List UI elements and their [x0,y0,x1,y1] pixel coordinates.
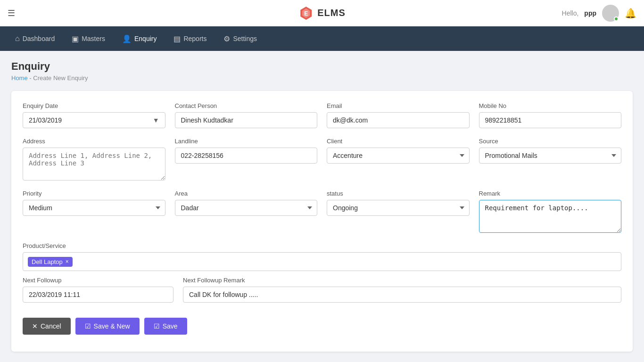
form-group-landline: Landline [175,138,318,181]
email-label: Email [327,102,470,109]
date-caret-icon: ▼ [153,116,159,124]
source-select[interactable]: Promotional Mails Reference Cold Call [479,148,622,164]
form-group-client: Client Accenture TCS Infosys [327,138,470,181]
hamburger-icon[interactable]: ☰ [8,8,15,18]
enquiry-icon: 👤 [122,34,132,43]
status-label: status [327,190,470,197]
hello-label: Hello, [562,9,579,17]
save-new-label: Save & New [94,322,130,330]
save-button[interactable]: ☑ Save [144,318,187,335]
product-service-tags[interactable]: Dell Laptop × [23,252,621,271]
logo-icon: E [298,6,314,21]
status-select[interactable]: Ongoing Closed Pending [327,200,470,216]
form-group-priority: Priority Low Medium High [23,190,165,233]
priority-label: Priority [23,190,165,197]
contact-person-label: Contact Person [175,102,318,109]
page-title: Enquiry [11,60,633,73]
email-input[interactable] [327,112,470,128]
next-followup-label: Next Followup [23,277,173,284]
cancel-button[interactable]: ✕ Cancel [23,318,71,335]
bell-icon[interactable]: 🔔 [625,8,636,19]
page-content: Enquiry Home - Create New Enquiry Enquir… [0,51,644,362]
remark-label: Remark [479,190,622,197]
form-group-area: Area Dadar Andheri Bandra [175,190,318,233]
logo-area: E ELMS [298,6,346,21]
dashboard-icon: ⌂ [15,34,20,43]
cancel-label: Cancel [41,322,61,330]
form-group-enquiry-date: Enquiry Date 21/03/2019 ▼ [23,102,165,128]
form-row-2: Address Landline Client Accenture TCS In… [23,138,621,181]
form-group-remark: Remark [479,190,622,233]
btn-row: ✕ Cancel ☑ Save & New ☑ Save [23,312,621,340]
nav-masters[interactable]: ▣ Masters [64,31,113,47]
save-label: Save [163,322,178,330]
product-service-label: Product/Service [23,242,621,249]
form-group-source: Source Promotional Mails Reference Cold … [479,138,622,181]
nav-reports[interactable]: ▤ Reports [166,31,214,47]
mobile-no-label: Mobile No [479,102,622,109]
form-group-status: status Ongoing Closed Pending [327,190,470,233]
source-label: Source [479,138,622,145]
form-row-3: Priority Low Medium High Area Dadar Andh… [23,190,621,233]
nav-settings-label: Settings [233,35,257,42]
address-input[interactable] [23,148,165,181]
app-name: ELMS [317,8,346,18]
save-new-icon: ☑ [85,322,91,330]
navbar: ⌂ Dashboard ▣ Masters 👤 Enquiry ▤ Report… [0,26,644,51]
cancel-icon: ✕ [32,322,38,330]
topbar-right: Hello, ppp 🔔 [562,5,636,22]
form-group-address: Address [23,138,165,181]
form-row-1: Enquiry Date 21/03/2019 ▼ Contact Person… [23,102,621,128]
nav-reports-label: Reports [183,35,206,42]
next-followup-remark-label: Next Followup Remark [183,277,621,284]
area-label: Area [175,190,318,197]
avatar [602,5,619,22]
remark-input[interactable] [479,200,622,233]
nav-masters-label: Masters [82,35,105,42]
client-select[interactable]: Accenture TCS Infosys [327,148,470,164]
landline-input[interactable] [175,148,318,164]
contact-person-input[interactable] [175,112,318,128]
topbar: ☰ E ELMS Hello, ppp 🔔 [0,0,644,26]
mobile-no-input[interactable] [479,112,622,128]
product-tag-label: Dell Laptop [32,258,63,265]
product-tag-remove[interactable]: × [66,258,69,265]
form-group-next-followup-remark: Next Followup Remark [183,277,621,303]
address-label: Address [23,138,165,145]
breadcrumb-current: Create New Enquiry [33,74,88,82]
enquiry-date-value: 21/03/2019 [29,116,62,124]
save-icon: ☑ [154,322,160,330]
form-card: Enquiry Date 21/03/2019 ▼ Contact Person… [11,91,633,352]
nav-settings[interactable]: ⚙ Settings [216,31,264,47]
form-group-mobile-no: Mobile No [479,102,622,128]
next-followup-input[interactable] [23,287,173,303]
nav-dashboard-label: Dashboard [23,35,55,42]
reports-icon: ▤ [173,34,181,43]
product-tag: Dell Laptop × [28,257,73,267]
svg-text:E: E [304,10,308,17]
area-select[interactable]: Dadar Andheri Bandra [175,200,318,216]
avatar-status-dot [614,16,619,21]
username-label: ppp [584,9,596,17]
settings-icon: ⚙ [223,34,230,43]
form-group-product-service: Product/Service Dell Laptop × [23,242,621,271]
nav-enquiry-label: Enquiry [134,35,157,42]
breadcrumb-home[interactable]: Home [11,74,28,82]
masters-icon: ▣ [72,34,79,43]
form-row-4: Product/Service Dell Laptop × [23,242,621,271]
enquiry-date-input[interactable]: 21/03/2019 ▼ [23,112,165,128]
landline-label: Landline [175,138,318,145]
next-followup-remark-input[interactable] [183,287,621,303]
enquiry-date-label: Enquiry Date [23,102,165,109]
nav-enquiry[interactable]: 👤 Enquiry [115,31,164,47]
priority-select[interactable]: Low Medium High [23,200,165,216]
save-new-button[interactable]: ☑ Save & New [75,318,140,335]
form-group-email: Email [327,102,470,128]
form-group-contact-person: Contact Person [175,102,318,128]
form-group-next-followup: Next Followup [23,277,173,303]
client-label: Client [327,138,470,145]
form-row-5: Next Followup Next Followup Remark [23,277,621,303]
nav-dashboard[interactable]: ⌂ Dashboard [8,31,62,47]
breadcrumb: Home - Create New Enquiry [11,74,633,82]
